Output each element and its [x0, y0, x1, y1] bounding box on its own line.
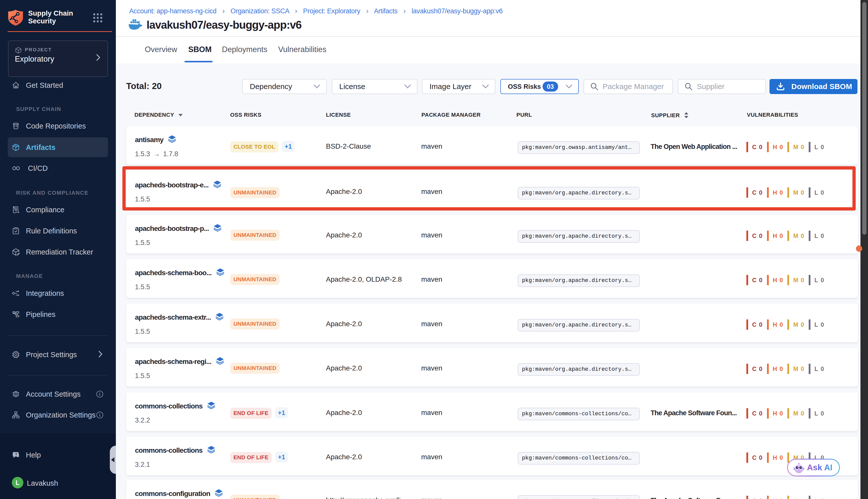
svg-text:?: ? [15, 452, 17, 456]
